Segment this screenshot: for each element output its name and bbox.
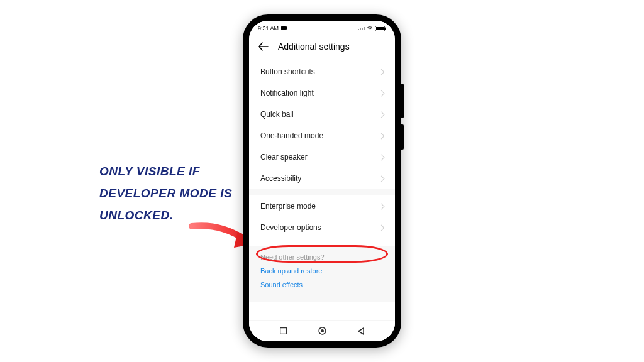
chevron-right-icon [379,154,385,160]
setting-enterprise-mode[interactable]: Enterprise mode [249,195,395,217]
nav-recent-icon[interactable] [279,327,288,336]
chevron-right-icon [379,69,385,75]
footer-question: Need other settings? [260,253,384,261]
setting-label: Notification light [260,89,314,97]
status-time: 9:31 AM [258,25,279,31]
chevron-right-icon [379,111,385,118]
settings-scroll[interactable]: ···· ······ ······· Button shortcuts Not… [249,56,395,319]
setting-quick-ball[interactable]: Quick ball [249,104,395,125]
status-bar: 9:31 AM [249,21,395,35]
side-button [401,84,404,118]
svg-rect-0 [281,26,286,30]
setting-developer-options[interactable]: Developer options [249,217,395,238]
footer-link-backup[interactable]: Back up and restore [260,267,384,275]
phone-screen: 9:31 AM Additional settings ···· ······ … [249,21,395,341]
setting-one-handed-mode[interactable]: One-handed mode [249,125,395,146]
side-button [401,124,404,150]
partial-visible-row: ···· ······ ······· [249,56,395,61]
svg-point-6 [321,329,324,332]
svg-rect-4 [280,328,287,334]
page-header: Additional settings [249,35,395,56]
nav-back-icon[interactable] [357,327,365,336]
setting-notification-light[interactable]: Notification light [249,82,395,104]
nav-home-icon[interactable] [318,327,326,336]
setting-label: Clear speaker [260,153,308,162]
android-nav-bar [249,320,395,341]
chevron-right-icon [379,133,385,139]
page-title: Additional settings [278,41,350,52]
setting-label: Button shortcuts [260,67,315,76]
chevron-right-icon [379,224,385,231]
signal-icon [358,27,365,30]
chevron-right-icon [379,90,385,96]
battery-icon [375,26,386,31]
phone-frame: 9:31 AM Additional settings ···· ······ … [243,14,401,348]
chevron-right-icon [379,175,385,182]
chevron-right-icon [379,203,385,209]
setting-button-shortcuts[interactable]: Button shortcuts [249,61,395,82]
setting-label: Accessibility [260,174,301,183]
setting-label: Quick ball [260,110,294,119]
setting-accessibility[interactable]: Accessibility [249,168,395,189]
setting-label: Developer options [260,223,321,232]
wifi-icon [367,26,373,31]
svg-rect-2 [385,27,386,30]
section-divider [249,189,395,195]
footer-section: Need other settings? Back up and restore… [249,246,395,302]
svg-rect-3 [376,27,384,30]
setting-clear-speaker[interactable]: Clear speaker [249,146,395,168]
annotation-text: Only visible if developer mode is unlock… [99,160,244,226]
setting-label: One-handed mode [260,131,323,140]
back-button[interactable] [258,41,269,52]
camera-icon [281,26,287,31]
footer-link-sound[interactable]: Sound effects [260,281,384,288]
setting-label: Enterprise mode [260,202,316,211]
